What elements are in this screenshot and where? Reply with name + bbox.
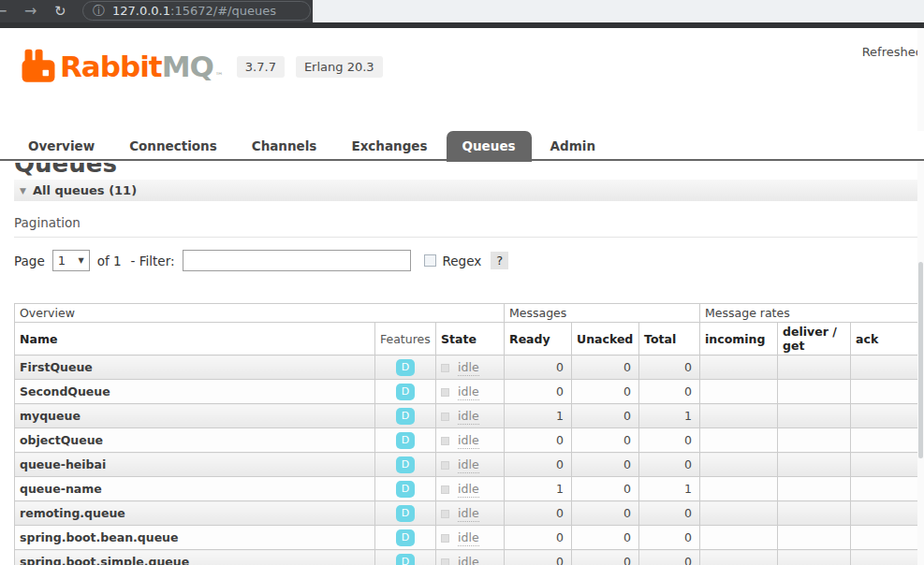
unacked-cell: 0	[572, 453, 639, 477]
rabbitmq-page: Refreshed RabbitMQ ™ 3.7.7 Erlang 20.3 O…	[0, 28, 924, 565]
state-label: idle	[458, 384, 479, 400]
col-ack[interactable]: ack	[851, 323, 918, 355]
nav-tab[interactable]: Channels	[252, 131, 317, 162]
nav-tab[interactable]: Admin	[550, 131, 595, 162]
brand[interactable]: RabbitMQ ™ 3.7.7 Erlang 20.3	[21, 49, 394, 84]
pagination-label: Pagination	[14, 215, 917, 238]
state-indicator-icon	[441, 510, 449, 518]
total-cell: 0	[639, 380, 700, 404]
url-bar[interactable]: ⓘ 127.0.0.1:15672/#/queues	[82, 1, 311, 21]
queue-name-link[interactable]: FirstQueue	[15, 355, 375, 380]
queue-name-link[interactable]: spring.boot.simple.queue	[15, 550, 375, 565]
state-indicator-icon	[441, 461, 449, 470]
state-cell: idle	[436, 501, 505, 526]
total-cell: 1	[639, 404, 700, 428]
group-messages: Messages	[505, 304, 700, 323]
brand-mq-text: MQ	[162, 50, 213, 83]
state-indicator-icon	[441, 558, 449, 565]
queue-name-link[interactable]: queue-heibai	[15, 453, 375, 477]
filter-input[interactable]	[183, 250, 411, 271]
queue-name-link[interactable]: SecondQueue	[15, 380, 375, 404]
group-message-rates: Message rates	[700, 304, 918, 323]
feature-badge: D	[396, 505, 415, 522]
queue-name-link[interactable]: spring.boot.bean.queue	[15, 526, 375, 550]
queue-name-link[interactable]: queue-name	[15, 477, 375, 501]
unacked-cell: 0	[572, 526, 639, 550]
nav-tab[interactable]: Overview	[28, 131, 95, 162]
deliver-get-cell	[778, 550, 851, 565]
collapse-triangle-icon[interactable]: ▼	[20, 186, 26, 196]
ack-cell	[851, 404, 918, 428]
state-indicator-icon	[441, 364, 449, 372]
filter-label: - Filter:	[131, 254, 175, 268]
deliver-get-cell	[778, 477, 851, 501]
page-title-clipped: Queues	[14, 163, 917, 177]
unacked-cell: 0	[572, 404, 639, 428]
queues-table: Overview Messages Message rates Name Fea…	[14, 303, 918, 565]
state-indicator-icon	[441, 437, 449, 445]
column-header-row: Name Features State Ready Unacked Total …	[15, 323, 918, 355]
state-cell: idle	[436, 526, 505, 550]
forward-icon[interactable]: →	[24, 1, 37, 22]
col-name[interactable]: Name	[15, 323, 375, 355]
table-row: spring.boot.bean.queue D idle 0 0 0	[15, 526, 918, 550]
state-label: idle	[458, 555, 479, 565]
ready-cell: 1	[505, 404, 572, 428]
table-row: SecondQueue D idle 0 0 0	[15, 380, 918, 404]
state-indicator-icon	[441, 485, 449, 494]
queue-name-link[interactable]: myqueue	[15, 404, 375, 428]
table-row: queue-name D idle 1 0 1	[15, 477, 918, 501]
incoming-cell	[700, 477, 778, 501]
ready-cell: 1	[505, 477, 572, 501]
feature-badge: D	[396, 359, 415, 376]
group-overview: Overview	[15, 304, 505, 323]
queue-name-link[interactable]: remoting.queue	[15, 501, 375, 526]
col-state[interactable]: State	[436, 323, 505, 355]
url-path: :15672/#/queues	[170, 4, 276, 18]
col-total[interactable]: Total	[639, 323, 700, 355]
all-queues-section-header[interactable]: ▼ All queues (11)	[14, 180, 917, 201]
state-label: idle	[458, 433, 479, 449]
col-features: Features	[375, 323, 436, 355]
nav-tab[interactable]: Queues	[447, 131, 532, 162]
nav-tab[interactable]: Connections	[129, 131, 217, 162]
queue-name-link[interactable]: objectQueue	[15, 428, 375, 453]
url-host: 127.0.0.1	[112, 4, 170, 18]
refreshed-status: Refreshed	[862, 45, 923, 59]
main-nav: OverviewConnectionsChannelsExchangesQueu…	[0, 131, 924, 161]
ack-cell	[851, 380, 918, 404]
group-header-row: Overview Messages Message rates	[15, 304, 918, 323]
help-button[interactable]: ?	[491, 252, 508, 269]
scrollbar-thumb[interactable]	[918, 262, 923, 458]
deliver-get-cell	[778, 453, 851, 477]
incoming-cell	[700, 355, 778, 380]
state-label: idle	[458, 530, 479, 546]
feature-badge: D	[396, 408, 415, 425]
rabbitmq-logo-icon	[21, 49, 56, 84]
page-scrollbar[interactable]	[917, 28, 924, 565]
reload-icon[interactable]: ↻	[54, 1, 66, 22]
trademark-symbol: ™	[215, 71, 224, 80]
ack-cell	[851, 526, 918, 550]
col-unacked[interactable]: Unacked	[572, 323, 639, 355]
col-ready[interactable]: Ready	[505, 323, 572, 355]
page-select-value: 1	[58, 254, 66, 268]
back-icon[interactable]: ←	[0, 1, 7, 22]
regex-checkbox[interactable]	[424, 254, 436, 267]
unacked-cell: 0	[572, 477, 639, 501]
brand-rabbit-text: Rabbit	[60, 50, 162, 83]
ready-cell: 0	[505, 380, 572, 404]
page-info-icon[interactable]: ⓘ	[93, 3, 105, 20]
chevron-down-icon: ▼	[79, 256, 84, 265]
col-deliver-get[interactable]: deliver / get	[778, 323, 851, 355]
page-select[interactable]: 1 ▼	[52, 250, 90, 271]
total-cell: 0	[639, 550, 700, 565]
total-cell: 0	[639, 453, 700, 477]
features-cell: D	[375, 453, 436, 477]
table-row: myqueue D idle 1 0 1	[15, 404, 918, 428]
ready-cell: 0	[505, 453, 572, 477]
incoming-cell	[700, 428, 778, 453]
nav-tab[interactable]: Exchanges	[351, 131, 427, 162]
col-incoming[interactable]: incoming	[700, 323, 778, 355]
ack-cell	[851, 355, 918, 380]
